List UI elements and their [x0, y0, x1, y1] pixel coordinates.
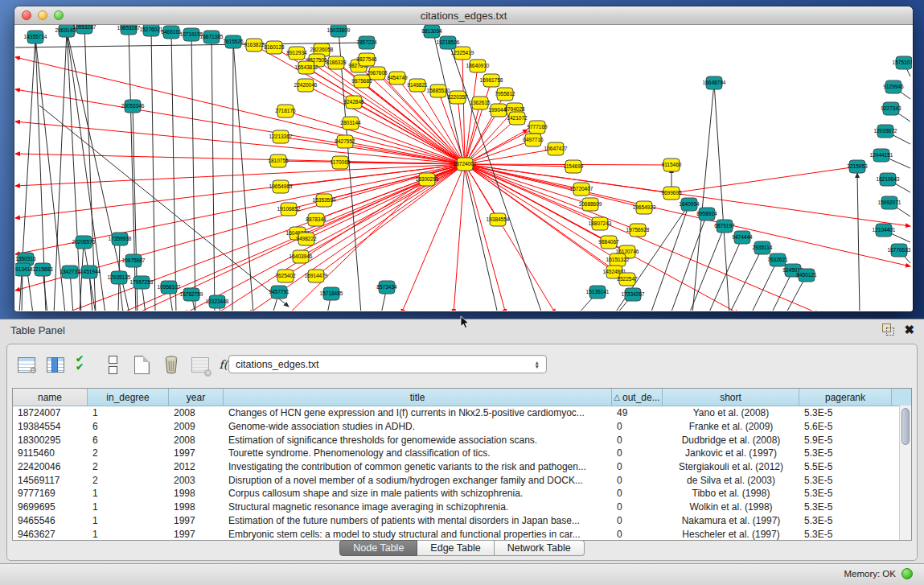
graph-node[interactable]: 9242848 — [343, 96, 364, 109]
cell-pagerank[interactable]: 5.5E-5 — [799, 461, 892, 472]
close-window-button[interactable] — [22, 10, 31, 20]
column-header-short[interactable]: short — [663, 389, 799, 406]
tab-edge-table[interactable]: Edge Table — [417, 540, 494, 556]
cell-year[interactable]: 2008 — [169, 435, 224, 446]
graph-node[interactable]: 16671385 — [200, 31, 224, 43]
graph-node[interactable]: 15353594 — [313, 194, 336, 207]
graph-node[interactable]: 8454749 — [387, 72, 408, 84]
column-header-out_degree[interactable]: △out_de... — [612, 389, 663, 406]
table-row[interactable]: 911546021997Tourette syndrome. Phenomeno… — [13, 447, 911, 460]
graph-node[interactable]: 16770633 — [888, 244, 911, 257]
graph-node[interactable]: 9227343 — [881, 102, 901, 115]
row-height-icon[interactable] — [102, 354, 124, 375]
cell-out_degree[interactable]: 0 — [612, 488, 663, 499]
graph-node[interactable]: 7615526 — [223, 35, 244, 48]
graph-edge[interactable] — [751, 260, 778, 311]
cell-title[interactable]: Estimation of significance thresholds fo… — [224, 435, 612, 446]
cell-title[interactable]: Tourette syndrome. Phenomenology and cla… — [224, 447, 612, 459]
graph-node[interactable]: 6497716 — [523, 134, 544, 146]
graph-node[interactable]: 7857224 — [356, 36, 377, 49]
graph-node[interactable]: 1640954 — [679, 198, 700, 211]
cell-out_degree[interactable]: 0 — [612, 529, 663, 540]
cell-pagerank[interactable]: 5.3E-5 — [799, 488, 892, 499]
graph-node[interactable]: 1421072 — [507, 112, 528, 125]
graph-node[interactable]: 15751074 — [893, 56, 912, 69]
graph-node[interactable]: 9457791 — [269, 286, 290, 299]
delete-column-icon[interactable] — [160, 354, 182, 375]
graph-node[interactable]: 8450121 — [796, 269, 817, 282]
cell-short[interactable]: Yano et al. (2008) — [663, 407, 799, 418]
cell-short[interactable]: Franke et al. (2009) — [663, 421, 799, 432]
cell-short[interactable]: Wolkin et al. (1998) — [663, 501, 799, 513]
cell-short[interactable]: Jankovic et al. (1997) — [663, 447, 799, 459]
cell-year[interactable]: 1997 — [169, 529, 224, 540]
scrollbar-thumb[interactable] — [901, 408, 910, 445]
graph-node[interactable]: 17957253 — [130, 276, 154, 289]
graph-edge[interactable] — [151, 30, 155, 311]
graph-edge[interactable] — [689, 226, 725, 311]
cell-title[interactable]: Embryonic stem cells: a model to study s… — [224, 529, 612, 540]
cell-short[interactable]: Nakamura et al. (1997) — [663, 515, 799, 526]
cell-pagerank[interactable]: 5.3E-5 — [799, 407, 892, 418]
graph-node[interactable]: 17359938 — [109, 233, 132, 245]
cell-short[interactable]: de Silva et al. (2003) — [663, 475, 799, 486]
graph-node[interactable]: 16782759 — [180, 288, 203, 301]
cell-out_degree[interactable]: 0 — [612, 475, 663, 486]
table-row[interactable]: 1938455462009Genome-wide association stu… — [13, 420, 911, 434]
graph-node[interactable]: 1170065 — [331, 156, 351, 169]
cell-pagerank[interactable]: 5.3E-5 — [799, 447, 892, 459]
graph-node[interactable]: 6879197 — [714, 220, 735, 233]
table-row[interactable]: 946554611997Estimation of the future num… — [13, 514, 911, 528]
cell-in_degree[interactable]: 2 — [88, 447, 169, 459]
graph-edge[interactable] — [316, 164, 465, 220]
graph-node[interactable]: 3913414 — [15, 263, 33, 276]
cell-name[interactable]: 22420046 — [13, 461, 88, 472]
graph-node[interactable]: 15136141 — [586, 286, 610, 299]
graph-edge[interactable] — [692, 83, 714, 311]
graph-edge[interactable] — [191, 35, 195, 311]
cell-year[interactable]: 1998 — [169, 501, 224, 513]
graph-node[interactable]: 2935114 — [753, 241, 773, 254]
column-header-title[interactable]: title — [224, 389, 612, 406]
graph-node[interactable]: 8573434 — [376, 281, 397, 294]
graph-edge[interactable] — [301, 164, 465, 257]
graph-node[interactable]: 19384554 — [487, 213, 510, 226]
graph-node[interactable]: 1154699 — [564, 160, 584, 173]
cell-name[interactable]: 9465546 — [13, 515, 88, 526]
window-titlebar[interactable]: citations_edges.txt — [14, 6, 913, 25]
memory-status-indicator[interactable] — [901, 568, 913, 579]
graph-node[interactable]: 1810755 — [268, 154, 289, 167]
graph-node[interactable]: 12444151 — [870, 149, 893, 162]
close-panel-icon[interactable]: ✖ — [904, 323, 914, 336]
graph-node[interactable]: 17334267 — [622, 288, 645, 301]
table-settings-icon[interactable]: ⚙ — [15, 354, 37, 375]
graph-node[interactable]: 2522547 — [617, 273, 638, 286]
cell-short[interactable]: Stergiakouli et al. (2012) — [663, 461, 799, 472]
graph-node[interactable]: 12935135 — [108, 271, 131, 284]
graph-node[interactable]: 9498222 — [296, 233, 317, 245]
column-header-pagerank[interactable]: pagerank — [799, 389, 892, 406]
graph-node[interactable]: 14355714 — [24, 31, 47, 43]
graph-edge[interactable] — [129, 28, 136, 311]
graph-node[interactable]: 16033809 — [327, 25, 351, 37]
graph-edge[interactable] — [15, 122, 465, 164]
cell-out_degree[interactable]: 0 — [612, 515, 663, 526]
graph-edge[interactable] — [15, 164, 465, 186]
graph-node[interactable]: 1215683 — [32, 263, 53, 276]
graph-node[interactable]: 9827546 — [356, 53, 377, 66]
cell-year[interactable]: 1998 — [169, 488, 224, 499]
graph-node[interactable]: 10653287 — [117, 25, 141, 35]
graph-node[interactable]: 8160128 — [264, 41, 285, 54]
column-chooser-icon[interactable] — [44, 354, 66, 375]
graph-edge[interactable] — [232, 42, 233, 311]
graph-node[interactable]: 7955812 — [495, 88, 515, 101]
graph-edge[interactable] — [651, 204, 689, 311]
graph-edge[interactable] — [857, 173, 860, 311]
cell-year[interactable]: 1997 — [169, 447, 224, 459]
graph-node[interactable]: 10975887 — [122, 254, 146, 267]
graph-node[interactable]: 9699695 — [661, 187, 682, 200]
cell-in_degree[interactable]: 1 — [88, 488, 169, 499]
cell-pagerank[interactable]: 5.9E-5 — [799, 435, 892, 446]
column-header-name[interactable]: name — [13, 389, 88, 406]
graph-node[interactable]: 9875685 — [351, 75, 372, 88]
